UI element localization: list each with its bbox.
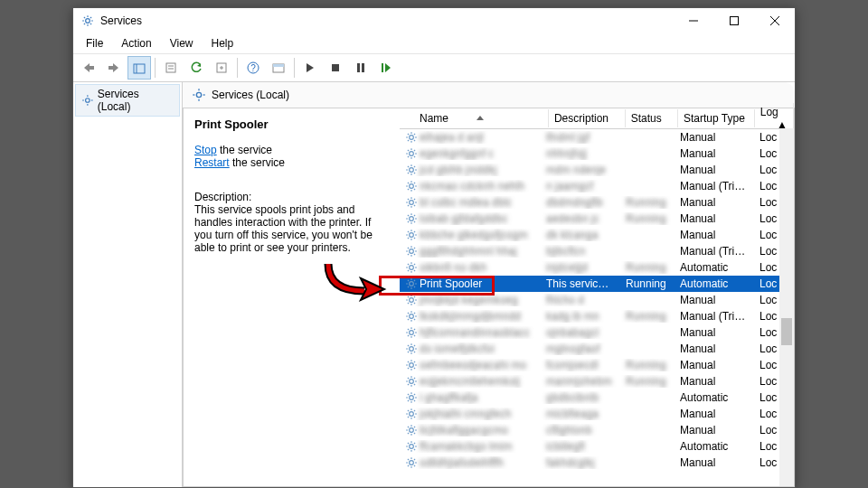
- start-service-button[interactable]: [298, 56, 322, 80]
- service-row[interactable]: jokjhialhi cmngfechmicbfieagaManualLoc: [400, 406, 794, 422]
- service-row[interactable]: do iomelfjdkcfoimglnogfaofManualLoc: [400, 341, 794, 357]
- service-name: jcd gbihb jniddkj: [420, 164, 496, 176]
- svg-point-219: [410, 461, 414, 465]
- svg-line-161: [408, 345, 409, 346]
- service-desc: injdceijjd: [541, 261, 620, 274]
- gear-icon: [405, 294, 418, 306]
- svg-line-83: [414, 199, 415, 200]
- show-hide-button[interactable]: [267, 56, 290, 80]
- service-row[interactable]: jcd gbihb jniddkjmdm ndenjeManualLoc: [400, 162, 794, 178]
- gear-icon: [405, 261, 418, 274]
- menu-action[interactable]: Action: [112, 35, 160, 52]
- minimize-button[interactable]: [673, 8, 713, 33]
- menu-help[interactable]: Help: [203, 35, 243, 52]
- svg-rect-24: [273, 64, 284, 67]
- col-description[interactable]: Description: [549, 109, 626, 127]
- close-button[interactable]: [754, 8, 795, 33]
- service-row[interactable]: bl colbc mdlea dblcdbdmdngflbRunningManu…: [400, 194, 794, 211]
- service-startup: Automatic: [675, 277, 754, 290]
- service-row[interactable]: oefmbeeodjeacahi mofcomjoecdlRunningManu…: [400, 357, 794, 373]
- service-row[interactable]: eihajea d anjl lfndml jgfManualLoc: [400, 129, 794, 145]
- service-row[interactable]: Print SpoolerThis service ...RunningAuto…: [400, 276, 794, 292]
- service-row[interactable]: ffcamakkcbgo lmimicbiilegflAutomaticLoc: [400, 438, 794, 455]
- restart-link[interactable]: Restart: [194, 156, 230, 169]
- properties-button[interactable]: [159, 56, 183, 80]
- service-row[interactable]: hjflcomnandinnaoblaccojnbabagclManualLoc: [400, 324, 794, 341]
- svg-line-209: [414, 427, 415, 427]
- forward-button[interactable]: [102, 56, 126, 80]
- window-title: Services: [100, 14, 673, 27]
- sort-asc-icon: [476, 115, 485, 122]
- service-status: Running: [620, 277, 675, 290]
- service-startup: Manual: [675, 326, 754, 339]
- svg-point-0: [86, 19, 90, 23]
- back-button[interactable]: [77, 56, 100, 80]
- refresh-button[interactable]: [184, 56, 208, 80]
- titlebar[interactable]: Services: [73, 8, 795, 33]
- service-row[interactable]: licjfdkaflggacgcmocfllghlonbManualLoc: [400, 422, 794, 438]
- service-row[interactable]: odlldhjiafodeihfffhfakhdcglkjManualLoc: [400, 455, 794, 471]
- restart-service-button[interactable]: [374, 56, 398, 80]
- col-name[interactable]: Name: [420, 112, 448, 125]
- service-row[interactable]: nkcmao cdcknh nehlhn jaamgcf Manual (Tri…: [400, 178, 794, 194]
- service-row[interactable]: loibab gjfdafgddbcaedeobn jcRunningManua…: [400, 211, 794, 227]
- svg-point-111: [410, 266, 414, 270]
- maximize-button[interactable]: [713, 8, 754, 33]
- service-name: hjflcomnandinnaoblacc: [420, 326, 530, 339]
- export-button[interactable]: [210, 56, 233, 80]
- pause-service-button[interactable]: [349, 56, 373, 80]
- detail-pane: Services (Local) Print Spooler Stop the …: [183, 82, 795, 487]
- col-startup[interactable]: Startup Type: [678, 109, 755, 127]
- svg-line-125: [408, 280, 409, 281]
- menu-file[interactable]: File: [77, 35, 112, 52]
- scrollbar-thumb[interactable]: [781, 318, 792, 345]
- service-row[interactable]: gggfllhdghhmnl hhaj bjibcflcnManual (Tri…: [400, 243, 794, 259]
- service-name: oefmbeeodjeacahi mo: [420, 359, 526, 371]
- service-row[interactable]: jmnjkkjd kegemkoeg fhlcho d ManualLoc: [400, 292, 794, 308]
- col-status[interactable]: Status: [626, 109, 678, 127]
- grid-header[interactable]: Name Description Status Startup Type Log…: [400, 108, 794, 129]
- gear-icon: [405, 408, 418, 420]
- help-button[interactable]: ?: [241, 56, 265, 80]
- svg-line-110: [414, 248, 415, 249]
- scrollbar[interactable]: [779, 128, 794, 486]
- description-text: This service spools print jobs and handl…: [194, 203, 389, 254]
- service-row[interactable]: kbbche glkedgofjcogmdk klcangaManualLoc: [400, 227, 794, 243]
- stop-service-button[interactable]: [324, 56, 347, 80]
- tree-root[interactable]: Services (Local): [75, 84, 180, 117]
- service-row[interactable]: i ghagffkafjagbdbcibnlbAutomaticLoc: [400, 389, 794, 406]
- up-button[interactable]: [127, 56, 151, 80]
- toolbar: ?: [73, 54, 795, 82]
- gear-icon: [405, 229, 418, 241]
- stop-link[interactable]: Stop: [194, 144, 217, 156]
- gear-icon: [405, 424, 418, 436]
- service-name: do iomelfjdkcfoi: [420, 343, 495, 355]
- svg-line-56: [414, 150, 415, 151]
- svg-line-46: [408, 140, 409, 141]
- svg-line-172: [408, 368, 409, 369]
- service-grid[interactable]: Name Description Status Startup Type Log…: [400, 108, 794, 486]
- service-desc: fhlcho d: [541, 294, 620, 306]
- service-name: loibab gjfdafgddbc: [420, 212, 507, 225]
- service-startup: Manual: [675, 196, 754, 209]
- menu-view[interactable]: View: [161, 35, 203, 52]
- tree-root-label: Services (Local): [98, 88, 174, 113]
- service-row[interactable]: egenkgnfggnf cnhhnjfojj ManualLoc: [400, 145, 794, 162]
- svg-line-8: [90, 17, 91, 18]
- svg-point-210: [410, 445, 414, 449]
- service-row[interactable]: oikbnfi no dkhinjdceijjdRunningAutomatic…: [400, 259, 794, 276]
- svg-line-152: [408, 329, 409, 330]
- svg-line-217: [408, 449, 409, 450]
- svg-line-5: [84, 17, 85, 18]
- svg-point-174: [410, 380, 414, 384]
- tree-pane[interactable]: Services (Local): [73, 82, 183, 487]
- service-desc: manmjohebm: [541, 375, 620, 388]
- service-row[interactable]: lkokdkjimmgdjbmnddkadg ib mnRunningManua…: [400, 308, 794, 324]
- svg-line-72: [414, 189, 415, 190]
- service-row[interactable]: eojjekmcmllehemkoijmanmjohebmRunningManu…: [400, 373, 794, 389]
- gear-icon: [405, 212, 418, 225]
- svg-line-200: [414, 410, 415, 411]
- svg-line-180: [414, 384, 415, 385]
- svg-line-188: [408, 394, 409, 395]
- svg-line-98: [408, 231, 409, 232]
